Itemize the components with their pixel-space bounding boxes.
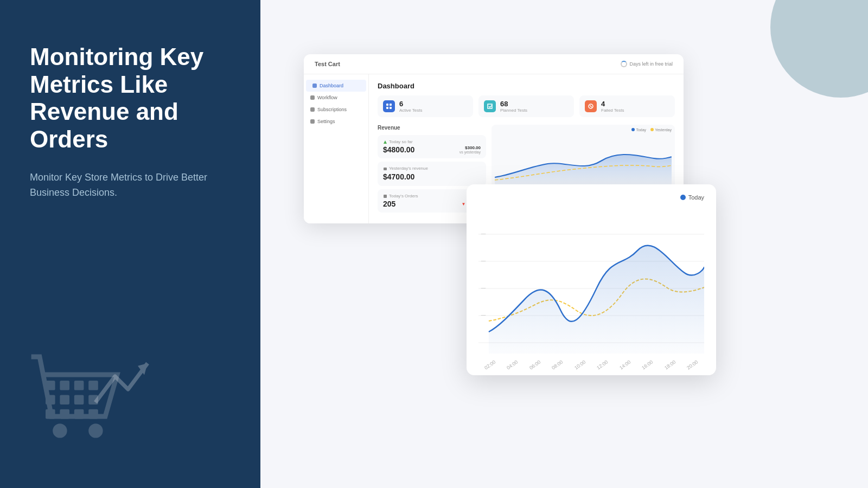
- x-label-0600: 06:00: [528, 359, 541, 370]
- mini-legend-yesterday: Yesterday: [650, 128, 672, 132]
- stat-info-active: 6 Active Tests: [399, 100, 423, 113]
- sidebar-item-workflow[interactable]: Workflow: [304, 92, 368, 104]
- legend-today: Today: [680, 194, 704, 201]
- x-label-0400: 04:00: [506, 359, 519, 370]
- nav-icon-workflow: [310, 95, 315, 100]
- svg-rect-5: [60, 395, 69, 404]
- svg-rect-21: [384, 168, 387, 170]
- x-label-1600: 16:00: [641, 359, 654, 370]
- dashboard-header: Test Cart Days left in free trial: [304, 54, 684, 74]
- nav-icon-dashboard: [312, 84, 317, 88]
- stat-label-active: Active Tests: [399, 108, 423, 113]
- x-axis: 02:00 04:00 06:00 08:00 10:00 12:00 14:0…: [478, 362, 704, 368]
- svg-rect-18: [390, 107, 392, 109]
- svg-text:—: —: [481, 231, 486, 236]
- spinner-icon: [621, 61, 627, 67]
- today-dot: [680, 195, 686, 200]
- revenue-card-today: Today so far $4800.00 $300.00 vs yesterd…: [378, 135, 486, 158]
- main-heading: Monitoring Key Metrics Like Revenue and …: [30, 43, 231, 153]
- x-label-1000: 10:00: [573, 359, 586, 370]
- rev-label-today: Today so far: [383, 139, 481, 144]
- svg-rect-16: [390, 104, 392, 106]
- svg-rect-1: [60, 381, 69, 390]
- right-panel: Test Cart Days left in free trial Dashbo…: [260, 0, 868, 488]
- rev-label-yesterday: Yesterday's revenue: [383, 166, 481, 171]
- stat-icon-planned: [484, 100, 496, 112]
- stat-label-planned: Planned Tests: [500, 108, 527, 113]
- revenue-section-label: Revenue: [378, 125, 486, 131]
- nav-icon-settings: [310, 119, 315, 124]
- x-label-1800: 18:00: [663, 359, 676, 370]
- large-chart-header: Today: [478, 194, 704, 201]
- svg-line-20: [590, 105, 592, 107]
- sidebar-item-subscriptions[interactable]: Subscriptions: [304, 104, 368, 115]
- decoration-circle: [770, 0, 868, 98]
- x-label-1200: 12:00: [596, 359, 609, 370]
- svg-rect-15: [386, 104, 388, 106]
- svg-rect-17: [386, 107, 388, 109]
- stat-num-planned: 68: [500, 100, 527, 108]
- svg-rect-22: [384, 195, 387, 198]
- stat-num-failed: 4: [601, 100, 624, 108]
- mini-legend-today: Today: [631, 128, 646, 132]
- stat-icon-failed: [585, 100, 597, 112]
- sidebar-label-dashboard: Dashboard: [320, 83, 343, 88]
- svg-rect-6: [74, 395, 84, 404]
- sidebar-label-subscriptions: Subscriptions: [317, 107, 347, 112]
- app-sidebar: Dashboard Workflow Subscriptions Setting…: [304, 74, 369, 223]
- x-label-0800: 08:00: [551, 359, 564, 370]
- stat-info-planned: 68 Planned Tests: [500, 100, 527, 113]
- svg-point-13: [88, 423, 103, 438]
- sidebar-item-dashboard[interactable]: Dashboard: [306, 80, 366, 92]
- nav-icon-subscriptions: [310, 107, 315, 112]
- svg-text:—: —: [481, 285, 486, 291]
- app-title: Test Cart: [315, 61, 340, 67]
- mini-chart-svg: [495, 134, 672, 188]
- large-chart-svg: — — — —: [478, 207, 704, 354]
- trial-text: Days left in free trial: [629, 61, 673, 67]
- svg-text:—: —: [481, 258, 486, 264]
- chart-legend-large: Today: [680, 194, 704, 201]
- stat-label-failed: Failed Tests: [601, 108, 624, 113]
- rev-amount-today: $4800.00: [383, 145, 414, 154]
- sidebar-item-settings[interactable]: Settings: [304, 115, 368, 127]
- rev-label-orders: Today's Orders: [383, 194, 481, 198]
- svg-rect-2: [74, 381, 84, 390]
- stat-card-active: 6 Active Tests: [378, 95, 473, 117]
- left-panel: Monitoring Key Metrics Like Revenue and …: [0, 0, 260, 488]
- svg-text:—: —: [481, 312, 486, 318]
- revenue-card-yesterday: Yesterday's revenue $4700.00: [378, 162, 486, 186]
- large-chart-svg-container: — — — —: [478, 207, 704, 359]
- stat-card-failed: 4 Failed Tests: [579, 95, 675, 117]
- rev-amount-yesterday: $4700.00: [383, 172, 414, 181]
- legend-today-label: Today: [688, 194, 704, 201]
- x-label-2000: 20:00: [686, 359, 699, 370]
- rev-amount-orders: 205: [383, 200, 395, 208]
- stat-icon-active: [383, 100, 395, 112]
- sidebar-label-settings: Settings: [317, 119, 335, 124]
- stats-row: 6 Active Tests 68 Planned Tests: [378, 95, 675, 117]
- sub-text: Monitor Key Store Metrics to Drive Bette…: [30, 170, 214, 201]
- trial-info: Days left in free trial: [621, 61, 673, 67]
- stat-info-failed: 4 Failed Tests: [601, 100, 624, 113]
- arrow-decoration: [92, 356, 157, 412]
- large-chart-card: Today — — —: [467, 184, 716, 375]
- svg-point-12: [53, 423, 67, 438]
- stat-card-planned: 68 Planned Tests: [478, 95, 574, 117]
- arrow-icon: [92, 356, 157, 410]
- sidebar-label-workflow: Workflow: [317, 95, 337, 100]
- x-label-0200: 02:00: [483, 359, 496, 370]
- stat-num-active: 6: [399, 100, 423, 108]
- x-label-1400: 14:00: [618, 359, 631, 370]
- section-title: Dashboard: [378, 82, 675, 90]
- mini-chart-legend: Today Yesterday: [495, 128, 672, 132]
